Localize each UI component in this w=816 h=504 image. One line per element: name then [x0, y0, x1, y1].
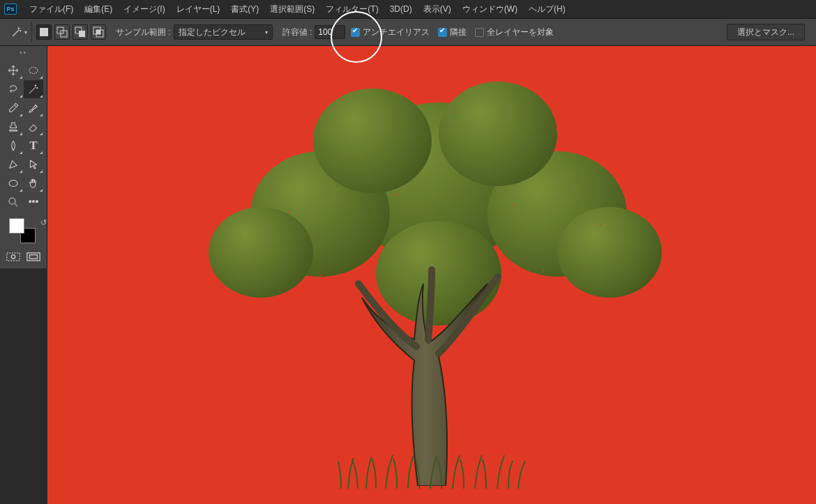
lasso-tool[interactable] — [3, 80, 23, 98]
edit-toolbar[interactable]: ••• — [24, 193, 43, 211]
eyedropper-tool[interactable] — [3, 99, 23, 117]
magic-wand-tool[interactable] — [24, 80, 43, 98]
button-label: 選択とマスク... — [737, 26, 794, 38]
selection-add-icon — [55, 25, 69, 39]
canvas-area — [47, 46, 816, 504]
menu-label: ヘルプ(H) — [529, 4, 566, 14]
brush-tool[interactable] — [24, 99, 43, 117]
menu-select[interactable]: 選択範囲(S) — [264, 1, 320, 18]
menu-label: 表示(V) — [423, 4, 451, 14]
document-canvas[interactable] — [47, 46, 816, 504]
menu-label: 3D(D) — [390, 4, 412, 14]
panel-grip-icon[interactable]: •• — [0, 49, 47, 56]
zoom-tool[interactable] — [3, 193, 23, 211]
svg-point-8 — [29, 68, 38, 74]
chevron-down-icon: ▾ — [265, 29, 268, 36]
menu-help[interactable]: ヘルプ(H) — [523, 1, 571, 18]
contiguous-checkbox[interactable] — [438, 28, 447, 37]
tool-preset-picker[interactable]: ▾ — [6, 22, 32, 43]
gradient-tool[interactable] — [3, 137, 23, 155]
menu-window[interactable]: ウィンドウ(W) — [457, 1, 523, 18]
selection-add[interactable] — [54, 24, 70, 40]
antialias-checkbox[interactable] — [351, 28, 360, 37]
selection-intersect[interactable] — [91, 24, 106, 40]
menu-label: 書式(Y) — [231, 4, 259, 14]
menu-filter[interactable]: フィルター(T) — [320, 1, 384, 18]
all-layers-checkbox[interactable] — [475, 28, 484, 37]
marquee-tool[interactable] — [24, 61, 43, 79]
selection-new[interactable] — [36, 24, 52, 40]
menu-label: イメージ(I) — [123, 4, 165, 14]
selection-subtract-icon — [73, 25, 87, 39]
menu-label: レイヤー(L) — [176, 4, 220, 14]
selection-subtract[interactable] — [73, 24, 88, 40]
pen-tool[interactable] — [3, 155, 23, 174]
all-layers-label: 全レイヤーを対象 — [487, 26, 554, 38]
tree-illustration — [195, 54, 669, 486]
eraser-tool[interactable] — [24, 118, 43, 136]
menu-label: フィルター(T) — [326, 4, 378, 14]
sample-size-label: サンプル範囲 : — [116, 26, 171, 38]
menu-3d[interactable]: 3D(D) — [384, 1, 418, 17]
tools-panel: •• T ••• ↺ — [0, 46, 47, 268]
screen-mode-toggle[interactable] — [26, 252, 41, 263]
svg-rect-4 — [79, 31, 85, 37]
svg-rect-14 — [29, 255, 37, 259]
svg-point-9 — [9, 181, 17, 187]
options-bar: ▾ サンプル範囲 : 指定したピクセル ▾ 許容値 : アンチエイリアス 隣接 … — [0, 18, 816, 46]
app-logo-text: Ps — [6, 6, 14, 13]
tolerance-label: 許容値 : — [282, 26, 312, 38]
svg-rect-7 — [96, 30, 100, 34]
foreground-color-swatch[interactable] — [9, 218, 24, 234]
menu-bar: Ps ファイル(F) 編集(E) イメージ(I) レイヤー(L) 書式(Y) 選… — [0, 0, 816, 18]
sample-size-value: 指定したピクセル — [179, 26, 261, 38]
menu-file[interactable]: ファイル(F) — [24, 1, 79, 18]
quick-mask-toggle[interactable] — [6, 252, 21, 263]
swap-colors-icon[interactable]: ↺ — [40, 218, 47, 227]
svg-rect-13 — [27, 253, 40, 261]
menu-label: 選択範囲(S) — [270, 4, 315, 14]
magic-wand-icon — [10, 26, 23, 38]
grass-illustration — [334, 440, 529, 489]
selection-new-icon — [37, 25, 51, 39]
menu-view[interactable]: 表示(V) — [418, 1, 457, 18]
tolerance-input[interactable] — [315, 25, 345, 39]
type-tool[interactable]: T — [24, 137, 43, 155]
menu-label: ウィンドウ(W) — [462, 4, 517, 14]
chevron-down-icon: ▾ — [24, 29, 27, 36]
select-and-mask-button[interactable]: 選択とマスク... — [727, 24, 805, 40]
selection-mode-group — [36, 24, 106, 40]
svg-point-12 — [11, 255, 15, 259]
svg-point-10 — [9, 198, 15, 204]
sample-size-dropdown[interactable]: 指定したピクセル ▾ — [174, 24, 273, 40]
hand-tool[interactable] — [24, 174, 43, 192]
svg-rect-0 — [40, 28, 48, 36]
menu-edit[interactable]: 編集(E) — [79, 1, 118, 18]
app-logo[interactable]: Ps — [4, 3, 17, 15]
antialias-label: アンチエイリアス — [363, 26, 430, 38]
svg-rect-11 — [7, 253, 20, 261]
contiguous-label: 隣接 — [450, 26, 467, 38]
menu-label: 編集(E) — [84, 4, 112, 14]
path-select-tool[interactable] — [24, 155, 43, 174]
stamp-tool[interactable] — [3, 118, 23, 136]
selection-intersect-icon — [91, 25, 105, 39]
menu-layer[interactable]: レイヤー(L) — [171, 1, 226, 18]
move-tool[interactable] — [3, 61, 23, 79]
color-swatches[interactable]: ↺ — [9, 218, 36, 243]
menu-image[interactable]: イメージ(I) — [118, 1, 170, 18]
menu-label: ファイル(F) — [29, 4, 73, 14]
menu-type[interactable]: 書式(Y) — [225, 1, 264, 18]
ellipse-tool[interactable] — [3, 174, 23, 192]
